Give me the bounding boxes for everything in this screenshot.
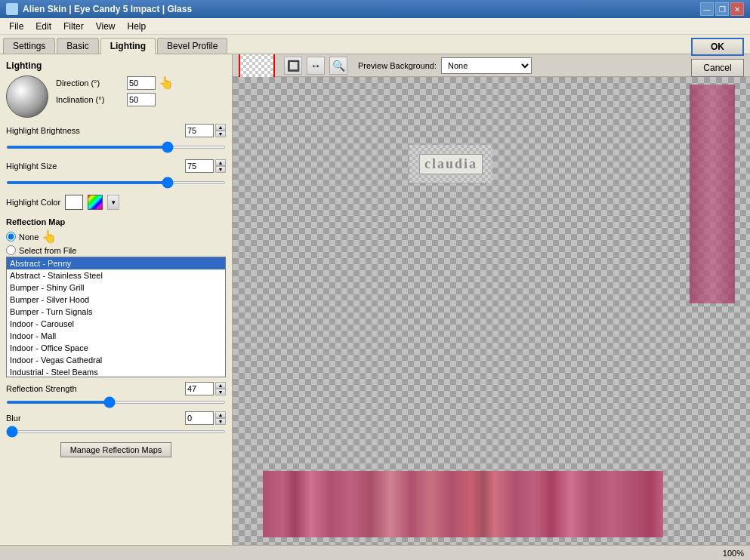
- highlight-color-swatch[interactable]: [65, 195, 83, 210]
- zoom-in-button[interactable]: 🔍: [329, 57, 347, 75]
- left-panel: Lighting Direction (°) 👆 Inclination (°)…: [0, 54, 233, 560]
- direction-row: Direction (°) 👆: [56, 75, 226, 90]
- reflection-strength-label: Reflection Strength: [6, 384, 97, 393]
- zoom-level: 100%: [723, 549, 744, 558]
- glass-shape-tall: [690, 85, 735, 303]
- highlight-brightness-spin: ▲ ▼: [215, 124, 226, 137]
- status-bar: 100%: [0, 545, 750, 560]
- reflection-strength-down[interactable]: ▼: [215, 389, 226, 395]
- highlight-color-row: Highlight Color ▼: [6, 195, 226, 210]
- highlight-size-input[interactable]: [185, 159, 214, 173]
- tab-basic[interactable]: Basic: [57, 38, 98, 54]
- reflection-listbox[interactable]: Abstract - Penny Abstract - Stainless St…: [6, 257, 226, 377]
- blur-down[interactable]: ▼: [215, 418, 226, 425]
- highlight-color-label: Highlight Color: [6, 198, 60, 207]
- blur-row: Blur ▲ ▼: [6, 411, 226, 425]
- restore-button[interactable]: ❐: [715, 2, 729, 16]
- highlight-brightness-input-group: ▲ ▼: [185, 124, 226, 137]
- menu-filter[interactable]: Filter: [57, 20, 90, 33]
- window-title: Alien Skin | Eye Candy 5 Impact | Glass: [23, 4, 192, 14]
- radio-none-hint-icon: 👆: [42, 229, 57, 244]
- direction-hint-icon: 👆: [159, 75, 174, 90]
- preview-toolbar: 🔲 ↔ 🔍 Preview Background: None White Bla…: [233, 54, 750, 77]
- menu-view[interactable]: View: [90, 20, 122, 33]
- reflection-strength-section: Reflection Strength ▲ ▼: [6, 382, 226, 408]
- ok-button[interactable]: OK: [691, 38, 744, 56]
- cancel-button[interactable]: Cancel: [691, 59, 744, 77]
- direction-label: Direction (°): [56, 78, 124, 88]
- blur-input-group: ▲ ▼: [185, 411, 226, 425]
- lighting-section-label: Lighting: [6, 60, 226, 71]
- blur-spin: ▲ ▼: [215, 411, 226, 425]
- menu-file[interactable]: File: [3, 20, 29, 33]
- radio-none-label: None: [19, 232, 39, 242]
- glass-shape-wide: [263, 471, 663, 537]
- list-item[interactable]: Bumper - Silver Hood: [7, 294, 225, 306]
- list-item[interactable]: Abstract - Penny: [7, 257, 225, 269]
- highlight-brightness-up[interactable]: ▲: [215, 124, 226, 131]
- blur-up[interactable]: ▲: [215, 411, 226, 418]
- app-icon: [6, 3, 18, 15]
- highlight-color-palette-button[interactable]: [88, 195, 103, 210]
- reflection-strength-up[interactable]: ▲: [215, 382, 226, 389]
- highlight-size-up[interactable]: ▲: [215, 159, 226, 166]
- list-item[interactable]: Industrial - Steel Beams: [7, 366, 225, 377]
- radio-select-file[interactable]: [6, 245, 16, 255]
- preview-bg-select[interactable]: None White Black Custom: [441, 57, 532, 74]
- menu-edit[interactable]: Edit: [29, 20, 57, 33]
- tab-bar: Settings Basic Lighting Bevel Profile: [0, 35, 750, 54]
- inclination-input[interactable]: [127, 93, 156, 106]
- list-item[interactable]: Indoor - Office Space: [7, 342, 225, 354]
- list-item[interactable]: Indoor - Mall: [7, 330, 225, 342]
- highlight-size-spin: ▲ ▼: [215, 159, 226, 173]
- highlight-size-input-group: ▲ ▼: [185, 159, 226, 173]
- minimize-button[interactable]: —: [700, 2, 714, 16]
- direction-input[interactable]: [127, 76, 156, 90]
- menu-help[interactable]: Help: [122, 20, 153, 33]
- blur-slider[interactable]: [6, 430, 226, 433]
- title-bar: Alien Skin | Eye Candy 5 Impact | Glass …: [0, 0, 750, 18]
- highlight-size-down[interactable]: ▼: [215, 166, 226, 173]
- highlight-size-section: Highlight Size ▲ ▼: [6, 159, 226, 189]
- preview-bg-label: Preview Background:: [358, 61, 437, 70]
- highlight-color-dropdown[interactable]: ▼: [107, 195, 119, 210]
- radio-none[interactable]: [6, 232, 16, 242]
- radio-select-file-label: Select from File: [19, 246, 76, 255]
- radio-select-file-row: Select from File: [6, 245, 226, 255]
- list-item[interactable]: Bumper - Shiny Grill: [7, 282, 225, 294]
- main-layout: Lighting Direction (°) 👆 Inclination (°)…: [0, 54, 750, 560]
- close-button[interactable]: ✕: [730, 2, 744, 16]
- tab-lighting[interactable]: Lighting: [100, 38, 156, 54]
- ok-cancel-area: OK Cancel: [691, 38, 744, 77]
- zoom-actual-button[interactable]: ↔: [307, 57, 325, 75]
- manage-reflection-maps-button[interactable]: Manage Reflection Maps: [60, 442, 172, 457]
- claudia-preview-overlay: claudia: [409, 145, 492, 183]
- lighting-params: Direction (°) 👆 Inclination (°): [56, 75, 226, 109]
- reflection-strength-spin: ▲ ▼: [215, 382, 226, 395]
- zoom-fit-button[interactable]: 🔲: [284, 57, 302, 75]
- highlight-brightness-slider[interactable]: [6, 146, 226, 149]
- list-item[interactable]: Bumper - Turn Signals: [7, 306, 225, 318]
- blur-section: Blur ▲ ▼: [6, 411, 226, 438]
- list-item[interactable]: Indoor - Carousel: [7, 318, 225, 330]
- blur-input[interactable]: [185, 411, 214, 425]
- lighting-area: Direction (°) 👆 Inclination (°): [6, 75, 226, 118]
- tab-bevel-profile[interactable]: Bevel Profile: [157, 38, 227, 54]
- list-item[interactable]: Abstract - Stainless Steel: [7, 269, 225, 282]
- title-controls: — ❐ ✕: [700, 2, 744, 16]
- inclination-row: Inclination (°): [56, 93, 226, 106]
- reflection-strength-slider[interactable]: [6, 401, 226, 404]
- right-panel: 🔲 ↔ 🔍 Preview Background: None White Bla…: [233, 54, 750, 560]
- blur-label: Blur: [6, 414, 97, 423]
- inclination-label: Inclination (°): [56, 95, 124, 104]
- claudia-text: claudia: [419, 154, 483, 174]
- tab-settings[interactable]: Settings: [3, 38, 55, 54]
- reflection-strength-input-group: ▲ ▼: [185, 382, 226, 395]
- highlight-brightness-input[interactable]: [185, 124, 214, 137]
- lighting-sphere[interactable]: [6, 75, 48, 118]
- highlight-brightness-down[interactable]: ▼: [215, 131, 226, 137]
- reflection-strength-input[interactable]: [185, 382, 214, 395]
- highlight-size-slider[interactable]: [6, 181, 226, 184]
- list-item[interactable]: Indoor - Vegas Cathedral: [7, 354, 225, 366]
- highlight-brightness-label: Highlight Brightness: [6, 126, 97, 135]
